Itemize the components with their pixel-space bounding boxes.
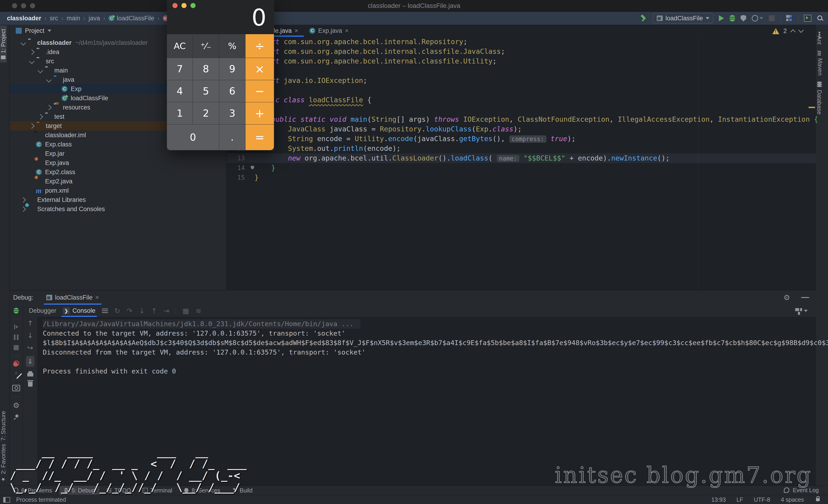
chevron-right-icon[interactable]: [37, 114, 43, 120]
calc-close-icon[interactable]: [172, 3, 177, 8]
thread-dump-icon[interactable]: [12, 385, 20, 391]
code-editor[interactable]: 1import com.sun.org.apache.bcel.internal…: [227, 37, 816, 290]
sidebar-item-favorites[interactable]: ★ 2: Favorites: [0, 441, 7, 486]
view-breakpoints-icon[interactable]: [13, 361, 19, 367]
gear-icon[interactable]: ⚙: [783, 294, 790, 301]
restore-layout-icon[interactable]: ≋: [196, 307, 201, 315]
chevron-down-icon[interactable]: [37, 68, 43, 73]
run-to-cursor-icon[interactable]: ⇥: [163, 307, 169, 315]
chevron-right-icon[interactable]: [29, 123, 34, 129]
indent-setting[interactable]: 4 spaces: [781, 496, 804, 503]
calc-button-4[interactable]: 4: [167, 80, 193, 102]
breadcrumb-item-main[interactable]: main: [67, 15, 80, 22]
sidebar-item-structure[interactable]: 7: Structure: [0, 408, 7, 444]
chevron-down-icon[interactable]: [29, 58, 34, 64]
sidebar-item-database[interactable]: Database: [816, 82, 823, 114]
calc-button-1[interactable]: 1: [167, 102, 193, 124]
calc-button-6[interactable]: 6: [219, 80, 245, 102]
calc-button-−[interactable]: −: [246, 80, 274, 102]
breadcrumb-item-classloader[interactable]: classloader: [7, 15, 41, 22]
calc-button-÷[interactable]: ÷: [246, 34, 274, 58]
run-button[interactable]: [719, 15, 724, 21]
stop-process-icon[interactable]: [14, 345, 19, 350]
evaluate-expression-icon[interactable]: ▦: [182, 307, 189, 315]
calc-button-0[interactable]: 0: [167, 125, 219, 150]
debug-button[interactable]: [730, 15, 735, 21]
run-anything-icon[interactable]: [804, 15, 811, 22]
calc-button-5[interactable]: 5: [193, 80, 219, 102]
build-icon[interactable]: [640, 15, 647, 22]
tab-exp-java[interactable]: C Exp.java ×: [304, 25, 354, 37]
run-configuration-select[interactable]: loadClassFile: [653, 13, 713, 23]
rerun-debug-icon[interactable]: [14, 308, 19, 313]
chevron-down-icon[interactable]: [20, 40, 26, 46]
chevron-right-icon[interactable]: [20, 206, 26, 212]
tree-item-Exp2.class[interactable]: CExp2.class: [10, 168, 226, 177]
breadcrumb-item-src[interactable]: src: [50, 15, 58, 22]
calc-minimize-icon[interactable]: [181, 3, 187, 8]
tree-item-Exp.jar[interactable]: Exp.jar: [10, 149, 226, 158]
clear-console-icon[interactable]: [28, 381, 33, 387]
line-ending[interactable]: LF: [737, 496, 743, 503]
breadcrumb-item-java[interactable]: java: [88, 15, 100, 22]
menu-icon[interactable]: [102, 309, 108, 309]
search-everywhere-icon[interactable]: [817, 15, 823, 21]
resume-program-icon[interactable]: [14, 324, 18, 329]
prev-problem-icon[interactable]: [790, 29, 796, 35]
calc-button-%[interactable]: %: [219, 34, 245, 58]
sidebar-item-maven[interactable]: m Maven: [816, 51, 824, 76]
calc-button-9[interactable]: 9: [219, 58, 245, 80]
close-icon[interactable]: ×: [95, 294, 99, 301]
mute-breakpoints-toggle[interactable]: [15, 372, 17, 374]
calc-button-×[interactable]: ×: [246, 58, 274, 80]
calc-button-=[interactable]: =: [246, 125, 274, 150]
calc-button-7[interactable]: 7: [167, 58, 193, 80]
chevron-right-icon[interactable]: [46, 105, 51, 110]
calc-button-2[interactable]: 2: [193, 102, 219, 124]
tree-item-Scratches and Consoles[interactable]: Scratches and Consoles: [10, 204, 226, 214]
calc-button-3[interactable]: 3: [219, 102, 245, 124]
calc-button-.[interactable]: .: [219, 125, 245, 150]
chevron-down-icon[interactable]: [46, 77, 51, 83]
step-over-icon[interactable]: ↷: [127, 307, 132, 315]
chevron-right-icon[interactable]: [20, 197, 26, 202]
close-icon[interactable]: ×: [345, 27, 348, 34]
tree-item-Exp.java[interactable]: Exp.java: [10, 158, 226, 168]
next-problem-icon[interactable]: [798, 27, 804, 33]
tab-debugger[interactable]: Debugger: [29, 305, 56, 317]
inspection-widget[interactable]: 2: [772, 28, 803, 35]
stop-button[interactable]: [769, 15, 775, 21]
calc-button-AC[interactable]: AC: [167, 34, 193, 58]
scroll-to-end-toggle[interactable]: ⇓: [26, 356, 34, 367]
chevron-right-icon[interactable]: [29, 49, 34, 55]
calc-button-8[interactable]: 8: [193, 58, 219, 80]
show-execution-point-icon[interactable]: ↻: [115, 307, 120, 315]
lock-icon[interactable]: [816, 498, 820, 501]
project-structure-icon[interactable]: [786, 15, 793, 21]
tree-item-External Libraries[interactable]: External Libraries: [10, 195, 226, 204]
up-stack-icon[interactable]: ↑: [27, 319, 33, 327]
tool-window-layout-icon[interactable]: [3, 497, 10, 503]
calc-button-⁺⁄₋[interactable]: ⁺⁄₋: [193, 34, 219, 58]
coverage-button[interactable]: [741, 15, 746, 21]
layout-settings-icon[interactable]: [795, 308, 802, 314]
print-icon[interactable]: [27, 373, 33, 376]
breadcrumb-item-loadClassFile[interactable]: CloadClassFile: [109, 15, 154, 22]
down-stack-icon[interactable]: ↓: [27, 331, 33, 339]
debug-session-tab[interactable]: loadClassFile ×: [44, 290, 101, 305]
pause-program-icon[interactable]: [14, 334, 18, 340]
tree-item-pom.xml[interactable]: mpom.xml: [10, 186, 226, 195]
debug-settings-icon[interactable]: ⚙: [13, 402, 19, 409]
sidebar-item-project[interactable]: 1: Project: [0, 26, 7, 62]
file-encoding[interactable]: UTF-8: [754, 496, 770, 503]
tree-item-Exp2.java[interactable]: Exp2.java: [10, 177, 226, 186]
profiler-button[interactable]: [752, 15, 763, 21]
soft-wrap-icon[interactable]: ↪: [27, 344, 33, 352]
minimize-panel-icon[interactable]: [801, 297, 809, 298]
step-into-icon[interactable]: ↓: [139, 307, 145, 315]
caret-position[interactable]: 13:93: [711, 496, 726, 503]
pin-tab-icon[interactable]: [13, 414, 19, 420]
calc-button-+[interactable]: +: [246, 102, 274, 124]
calc-zoom-icon[interactable]: [191, 3, 196, 8]
sidebar-item-ant[interactable]: Ant: [816, 32, 823, 45]
